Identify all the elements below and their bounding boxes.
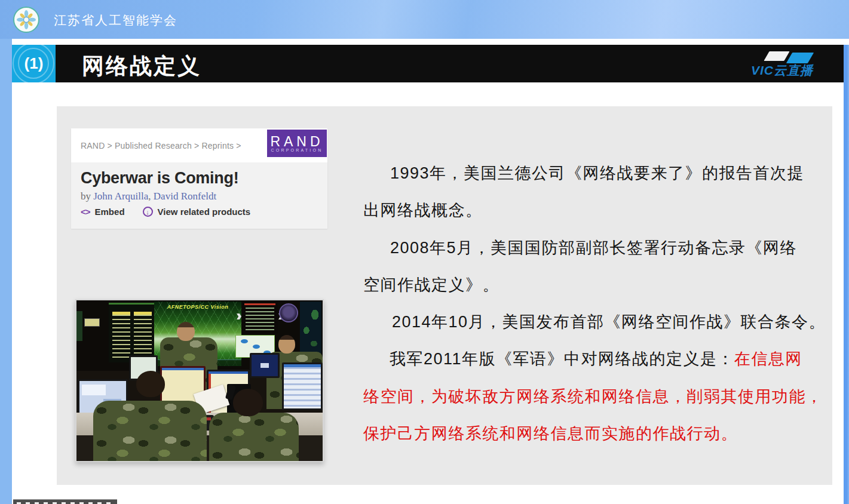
rand-article-header: Cyberwar is Coming! by John Arquilla, Da…: [71, 162, 327, 229]
rand-logo-subtext: CORPORATION: [271, 148, 323, 152]
breadcrumb[interactable]: RAND > Published Research > Reprints >: [81, 141, 241, 150]
photo-soldier-seated-right-head: [278, 335, 295, 354]
code-embed-icon: <>: [81, 207, 90, 217]
photo-crew-board-title-bar: [244, 303, 275, 305]
body-line-3: 2008年5月，美国国防部副部长签署行动备忘录《网络: [390, 237, 797, 259]
brand-wordmark: VIC云直播: [751, 62, 835, 79]
clipped-caption-bar: [13, 499, 117, 504]
photo-status-table-right: [134, 312, 152, 359]
page-title: 网络战定义: [82, 51, 201, 81]
brand-parallelogram-white-icon: [764, 51, 789, 61]
society-logo-icon: [13, 7, 39, 33]
photo-screen-title: AFNETOPS/CC Vision: [154, 304, 241, 310]
photo-status-table-left: [112, 312, 130, 359]
article-title: Cyberwar is Coming!: [81, 169, 238, 188]
rand-logo-text: RAND: [270, 135, 323, 148]
author-link-ronfeldt[interactable]: David Ronfeldt: [154, 190, 216, 202]
body-line-1: 1993年，美国兰德公司《网络战要来了》的报告首次提: [390, 162, 804, 184]
body-line-6-black: 我军2011年版《军语》中对网络战的定义是：: [390, 350, 734, 368]
photo-wall-sign: [84, 318, 100, 327]
photo-soldier-foreground-left-head: [136, 371, 165, 397]
body-line-6: 我军2011年版《军语》中对网络战的定义是：在信息网: [390, 348, 802, 370]
byline-prefix: by: [81, 190, 93, 202]
view-related-products-button[interactable]: View related products: [158, 207, 251, 217]
left-edge-strip: [0, 39, 12, 504]
body-line-7: 络空间，为破坏敌方网络系统和网络信息，削弱其使用功能，: [363, 386, 823, 407]
photo-soldier-foreground-left: [93, 401, 207, 461]
body-line-6-red: 在信息网: [734, 350, 802, 368]
photo-soldier-standing-head: [177, 322, 195, 341]
flower-emblem-icon: [16, 10, 36, 30]
photo-monitor: [250, 353, 280, 378]
vic-live-logo: VIC云直播: [744, 48, 833, 81]
rand-corporation-logo: RAND CORPORATION: [267, 130, 327, 157]
article-byline: by John Arquilla, David Ronfeldt: [81, 190, 216, 202]
photo-crew-board-rows: [246, 308, 274, 331]
rand-breadcrumb-strip: RAND > Published Research > Reprints > R…: [71, 128, 327, 162]
author-link-arquilla[interactable]: John Arquilla: [93, 190, 148, 202]
body-line-8: 保护己方网络系统和网络信息而实施的作战行动。: [363, 423, 738, 444]
photo-world-map-screen: [300, 302, 321, 354]
download-circle-icon: ↓: [143, 207, 153, 217]
slide-number-badge: (1): [12, 45, 56, 82]
right-edge-strip[interactable]: [844, 45, 849, 504]
body-line-4: 空间作战定义》。: [363, 274, 499, 296]
photo-unit-emblem: [279, 303, 298, 322]
byline-comma: ,: [148, 190, 154, 202]
number-ring-outer: [13, 45, 54, 82]
photo-soldier-foreground-right: [209, 413, 299, 461]
top-bar: 江苏省人工智能学会: [0, 0, 849, 39]
photo-soldier-foreground-right-head: [233, 389, 263, 416]
photo-crew-assignments-board: [242, 302, 278, 334]
organization-name: 江苏省人工智能学会: [54, 12, 177, 29]
rand-article-panel: RAND > Published Research > Reprints > R…: [71, 128, 327, 229]
embed-button[interactable]: Embed: [95, 207, 125, 217]
cyber-operations-photo: AFNETOPS/CC Vision: [75, 299, 324, 462]
body-line-2: 出网络战概念。: [363, 199, 483, 221]
photo-status-board: [109, 303, 154, 362]
photo-left-screen-edge: [76, 311, 82, 341]
slide-title-bar: (1) 网络战定义: [12, 45, 844, 82]
photo-network-node: [253, 345, 260, 349]
photo-monitor: [282, 362, 323, 410]
photo-network-node: [241, 339, 248, 343]
article-actions: <> Embed ↓ View related products: [81, 207, 250, 217]
body-line-5: 2014年10月，美国发布首部《网络空间作战》联合条令。: [392, 311, 826, 333]
